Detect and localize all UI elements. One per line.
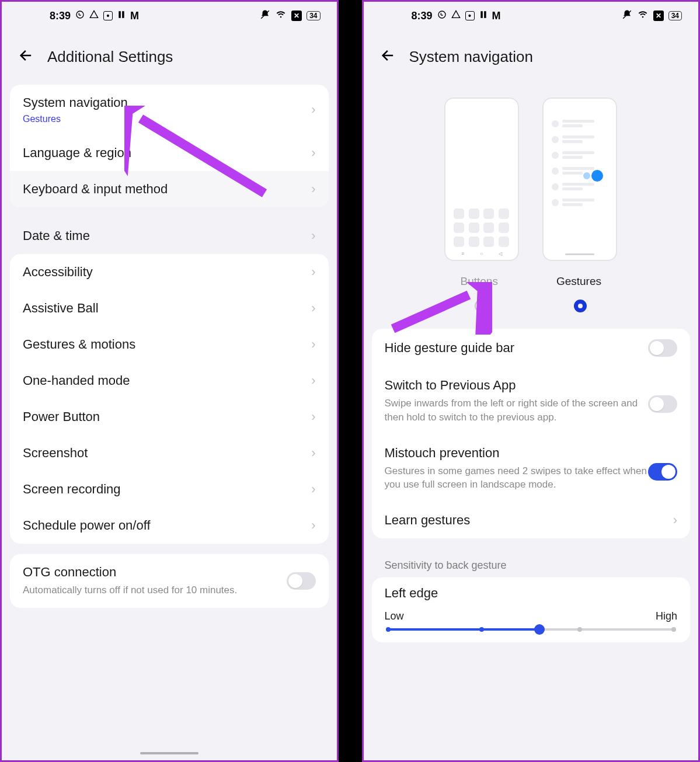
- switch-prev-toggle[interactable]: [648, 395, 677, 413]
- settings-group-3: OTG connection Automatically turns off i…: [10, 554, 329, 608]
- gestures-motions-row[interactable]: Gestures & motions ›: [10, 326, 329, 363]
- system-navigation-row[interactable]: System navigation Gestures ›: [10, 85, 329, 135]
- update-icon: [89, 10, 99, 22]
- gesture-settings-card: Hide gesture guide bar Switch to Previou…: [372, 329, 691, 538]
- switch-previous-app-row[interactable]: Switch to Previous App Swipe inwards fro…: [372, 367, 691, 435]
- chevron-right-icon: ›: [311, 373, 315, 388]
- svg-point-0: [76, 11, 83, 18]
- slider-high-label: High: [656, 610, 677, 622]
- app-icon: •: [103, 11, 113, 20]
- svg-rect-1: [119, 11, 121, 18]
- chevron-right-icon: ›: [311, 518, 315, 533]
- left-edge-slider[interactable]: [387, 628, 675, 631]
- mute-icon: [260, 9, 270, 22]
- pause-icon: [117, 10, 126, 22]
- slider-thumb[interactable]: [534, 624, 545, 635]
- navigation-preview: ≡○◁: [364, 74, 699, 266]
- date-time-row[interactable]: Date & time ›: [10, 218, 329, 254]
- row-title: Switch to Previous App: [385, 378, 649, 393]
- buttons-radio[interactable]: [475, 300, 487, 312]
- chevron-right-icon: ›: [673, 513, 677, 528]
- mute-icon: [622, 9, 632, 22]
- page-header: Additional Settings: [2, 30, 337, 74]
- row-subtitle: Gestures: [23, 114, 311, 124]
- svg-rect-6: [480, 11, 483, 18]
- page-title: Additional Settings: [47, 48, 173, 66]
- buttons-preview[interactable]: ≡○◁: [444, 98, 519, 261]
- row-title: Screenshot: [23, 446, 88, 461]
- chevron-right-icon: ›: [311, 265, 315, 280]
- option-labels: Buttons Gestures: [364, 266, 699, 288]
- left-edge-slider-row: Left edge Low High: [372, 577, 691, 642]
- row-description: Swipe inwards from the left or right sid…: [385, 396, 649, 425]
- status-bar: 8:39 • M ✕ 34: [2, 2, 337, 30]
- radio-row: [364, 288, 699, 329]
- chevron-right-icon: ›: [311, 482, 315, 497]
- row-title: Gestures & motions: [23, 337, 135, 352]
- wifi-icon: [637, 10, 649, 22]
- back-icon[interactable]: [18, 47, 34, 66]
- row-title: Power Button: [23, 409, 100, 425]
- row-title: Hide gesture guide bar: [385, 340, 515, 356]
- screenshot-row[interactable]: Screenshot ›: [10, 435, 329, 471]
- learn-gestures-row[interactable]: Learn gestures ›: [372, 502, 691, 538]
- pause-icon: [479, 10, 487, 22]
- left-phone-screen: 8:39 • M ✕ 34 Addi: [0, 0, 339, 762]
- row-title: Assistive Ball: [23, 301, 99, 316]
- row-title: OTG connection: [23, 565, 287, 580]
- one-handed-row[interactable]: One-handed mode ›: [10, 363, 329, 399]
- otg-toggle[interactable]: [287, 572, 316, 590]
- battery-indicator: 34: [668, 11, 682, 20]
- chevron-right-icon: ›: [311, 145, 315, 161]
- page-title: System navigation: [409, 48, 533, 66]
- row-title: One-handed mode: [23, 373, 130, 388]
- svg-rect-7: [484, 11, 486, 18]
- buttons-label: Buttons: [460, 275, 497, 288]
- screen-recording-row[interactable]: Screen recording ›: [10, 471, 329, 507]
- chevron-right-icon: ›: [311, 337, 315, 352]
- update-icon: [451, 10, 461, 22]
- back-icon[interactable]: [380, 47, 396, 66]
- assistive-ball-row[interactable]: Assistive Ball ›: [10, 290, 329, 326]
- m-icon: M: [492, 10, 501, 22]
- slider-low-label: Low: [385, 610, 404, 622]
- otg-connection-row[interactable]: OTG connection Automatically turns off i…: [10, 554, 329, 608]
- page-header: System navigation: [364, 30, 699, 74]
- m-icon: M: [130, 10, 139, 22]
- hide-bar-toggle[interactable]: [648, 339, 677, 357]
- chevron-right-icon: ›: [311, 228, 315, 243]
- row-description: Gestures in some games need 2 swipes to …: [385, 464, 649, 492]
- hide-gesture-bar-row[interactable]: Hide gesture guide bar: [372, 329, 691, 367]
- row-title: Language & region: [23, 145, 131, 161]
- gestures-label: Gestures: [556, 275, 601, 288]
- keyboard-input-row[interactable]: Keyboard & input method ›: [10, 171, 329, 207]
- status-time: 8:39: [50, 10, 71, 22]
- power-button-row[interactable]: Power Button ›: [10, 399, 329, 435]
- gestures-preview[interactable]: [542, 98, 617, 261]
- chevron-right-icon: ›: [311, 182, 315, 197]
- mistouch-prevention-row[interactable]: Mistouch prevention Gestures in some gam…: [372, 435, 691, 503]
- row-title: Date & time: [23, 228, 90, 243]
- chevron-right-icon: ›: [311, 446, 315, 461]
- schedule-power-row[interactable]: Schedule power on/off ›: [10, 507, 329, 544]
- row-title: System navigation: [23, 95, 311, 110]
- battery-indicator: 34: [307, 11, 320, 20]
- language-region-row[interactable]: Language & region ›: [10, 135, 329, 171]
- chevron-right-icon: ›: [311, 301, 315, 316]
- home-indicator[interactable]: [140, 752, 198, 754]
- row-title: Accessibility: [23, 265, 93, 280]
- accessibility-row[interactable]: Accessibility ›: [10, 254, 329, 290]
- row-title: Schedule power on/off: [23, 518, 151, 533]
- gestures-radio[interactable]: [574, 300, 587, 312]
- svg-point-5: [438, 11, 445, 18]
- status-bar: 8:39 • M ✕ 34: [364, 2, 699, 30]
- sensitivity-card: Left edge Low High: [372, 577, 691, 642]
- mistouch-toggle[interactable]: [648, 463, 677, 481]
- close-box-icon: ✕: [291, 11, 302, 21]
- row-description: Automatically turns off if not used for …: [23, 583, 287, 597]
- status-time: 8:39: [412, 10, 433, 22]
- close-box-icon: ✕: [653, 11, 664, 21]
- chevron-right-icon: ›: [311, 409, 315, 425]
- app-icon: •: [465, 11, 475, 20]
- chevron-right-icon: ›: [311, 102, 315, 117]
